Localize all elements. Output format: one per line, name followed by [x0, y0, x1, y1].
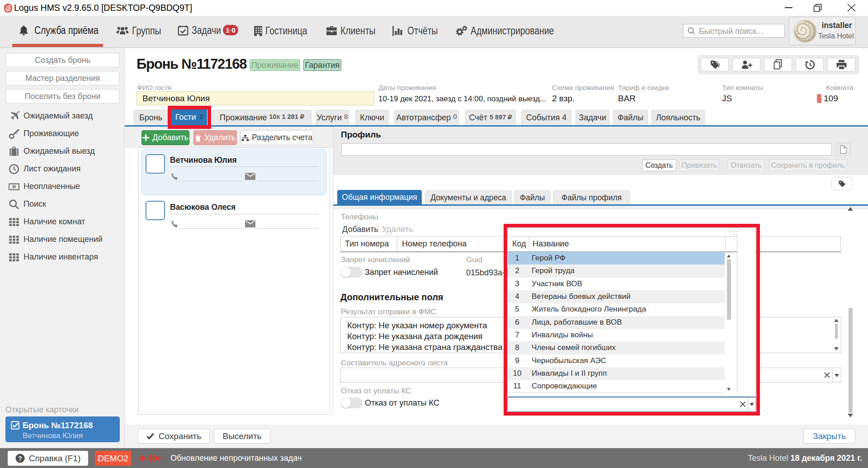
svg-text:?: ? [18, 455, 22, 462]
svg-text:1: 1 [13, 184, 15, 189]
